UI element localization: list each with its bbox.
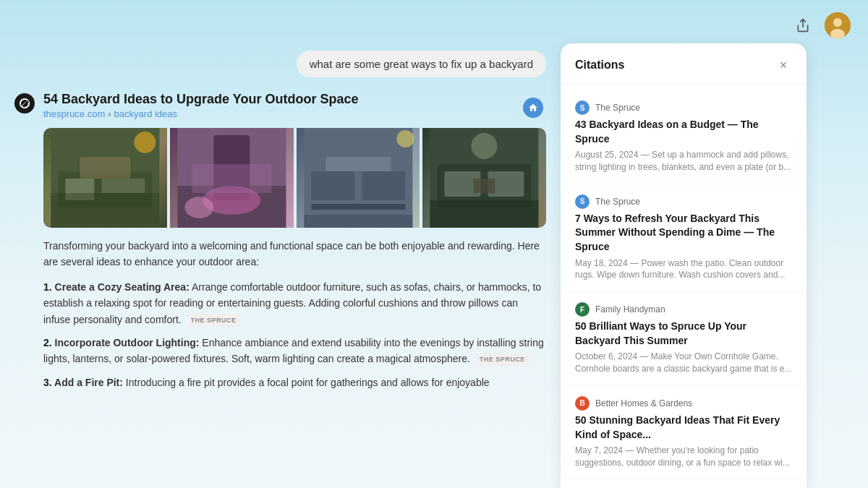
- item-num-2: 2.: [43, 337, 55, 348]
- source-dot-2: S: [575, 194, 590, 209]
- svg-point-2: [833, 18, 842, 27]
- close-icon: ×: [780, 58, 788, 73]
- ai-response-title: 54 Backyard Ideas to Upgrade Your Outdoo…: [43, 92, 546, 107]
- list-item: 1. Create a Cozy Seating Area: Arrange c…: [43, 279, 546, 328]
- citation-title-4: 50 Stunning Backyard Ideas That Fit Ever…: [575, 414, 792, 442]
- source-dot-4: B: [575, 396, 590, 411]
- citation-snippet-4: May 7, 2024 — Whether you're looking for…: [575, 445, 792, 469]
- item-num-1: 1.: [43, 281, 55, 293]
- svg-rect-19: [311, 171, 354, 200]
- source-path: backyard ideas: [114, 108, 177, 119]
- citation-source-row-2: S The Spruce: [575, 194, 792, 209]
- svg-rect-23: [304, 215, 412, 228]
- share-button[interactable]: [790, 12, 816, 38]
- source-dot-3: F: [575, 302, 590, 317]
- svg-rect-31: [474, 179, 495, 193]
- citation-item-2[interactable]: S The Spruce 7 Ways to Refresh Your Back…: [561, 184, 807, 292]
- citation-title-3: 50 Brilliant Ways to Spruce Up Your Back…: [575, 320, 792, 348]
- source-name-3: Family Handyman: [595, 304, 665, 314]
- citation-title-1: 43 Backyard Ideas on a Budget — The Spru…: [575, 118, 792, 146]
- list-item: 3. Add a Fire Pit: Introducing a fire pi…: [43, 374, 546, 390]
- image-grid: [43, 128, 546, 228]
- source-name-4: Better Homes & Gardens: [595, 398, 692, 408]
- citations-panel: Citations × S The Spruce 43 Backyard Ide…: [561, 43, 807, 488]
- citation-title-2: 7 Ways to Refresh Your Backyard This Sum…: [575, 212, 792, 254]
- backyard-image-2: [170, 128, 294, 228]
- svg-point-16: [184, 197, 213, 218]
- citation-badge-2[interactable]: THE SPRUCE: [476, 353, 529, 366]
- citation-item-1[interactable]: S The Spruce 43 Backyard Ideas on a Budg…: [561, 90, 807, 184]
- breadcrumb-separator: ›: [108, 108, 111, 119]
- ai-logo-icon: [14, 93, 35, 114]
- ai-items-list: 1. Create a Cozy Seating Area: Arrange c…: [43, 279, 546, 390]
- citation-snippet-1: August 25, 2024 — Set up a hammock and a…: [575, 149, 792, 174]
- svg-rect-29: [430, 200, 539, 228]
- svg-rect-8: [101, 179, 145, 193]
- citation-item-5[interactable]: E Extra Space Storage Your DIY Guide to …: [561, 480, 807, 488]
- source-domain: thespruce.com: [43, 108, 105, 119]
- backyard-image-1: [43, 128, 167, 228]
- source-name-2: The Spruce: [595, 197, 640, 207]
- user-message: what are some great ways to fix up a bac…: [297, 51, 546, 77]
- citation-item-3[interactable]: F Family Handyman 50 Brilliant Ways to S…: [561, 292, 807, 386]
- citation-badge-1[interactable]: THE SPRUCE: [187, 314, 240, 327]
- backyard-image-4: [422, 128, 546, 228]
- backyard-image-3: [297, 128, 420, 228]
- svg-rect-22: [326, 157, 391, 171]
- ai-intro-text: Transforming your backyard into a welcom…: [43, 238, 546, 270]
- source-dot-1: S: [575, 100, 590, 115]
- svg-rect-17: [192, 164, 271, 193]
- citation-snippet-2: May 18, 2024 — Power wash the patio. Cle…: [575, 257, 792, 282]
- item-bold-1: Create a Cozy Seating Area:: [55, 281, 190, 293]
- list-item: 2. Incorporate Outdoor Lighting: Enhance…: [43, 335, 546, 367]
- citations-title: Citations: [575, 59, 624, 72]
- close-citations-button[interactable]: ×: [775, 56, 792, 74]
- citation-source-row-1: S The Spruce: [575, 100, 792, 115]
- citations-list: S The Spruce 43 Backyard Ideas on a Budg…: [561, 85, 807, 488]
- svg-point-10: [134, 132, 156, 153]
- main-container: what are some great ways to fix up a bac…: [0, 0, 868, 488]
- chat-area: what are some great ways to fix up a bac…: [0, 51, 561, 488]
- response-header: 54 Backyard Ideas to Upgrade Your Outdoo…: [43, 92, 546, 107]
- citation-source-row-4: B Better Homes & Gardens: [575, 396, 792, 411]
- svg-rect-20: [362, 171, 405, 200]
- svg-rect-21: [311, 204, 405, 210]
- item-bold-2: Incorporate Outdoor Lighting:: [55, 337, 200, 348]
- citation-item-4[interactable]: B Better Homes & Gardens 50 Stunning Bac…: [561, 386, 807, 480]
- citation-snippet-3: October 6, 2024 — Make Your Own Cornhole…: [575, 351, 792, 375]
- top-bar: [0, 0, 868, 51]
- user-message-text: what are some great ways to fix up a bac…: [310, 58, 533, 70]
- ai-content: 54 Backyard Ideas to Upgrade Your Outdoo…: [43, 92, 546, 398]
- ai-response: 54 Backyard Ideas to Upgrade Your Outdoo…: [14, 92, 546, 398]
- home-link-button[interactable]: [523, 98, 543, 118]
- citation-source-row-3: F Family Handyman: [575, 302, 792, 317]
- avatar[interactable]: [825, 12, 851, 38]
- svg-point-24: [396, 130, 414, 147]
- item-bold-3: Add a Fire Pit:: [54, 377, 123, 388]
- svg-rect-11: [80, 157, 130, 179]
- svg-point-30: [472, 133, 498, 159]
- source-name-1: The Spruce: [595, 103, 640, 113]
- svg-rect-9: [51, 193, 159, 228]
- item-num-3: 3.: [43, 377, 54, 388]
- ai-source-breadcrumb: thespruce.com › backyard ideas: [43, 108, 546, 119]
